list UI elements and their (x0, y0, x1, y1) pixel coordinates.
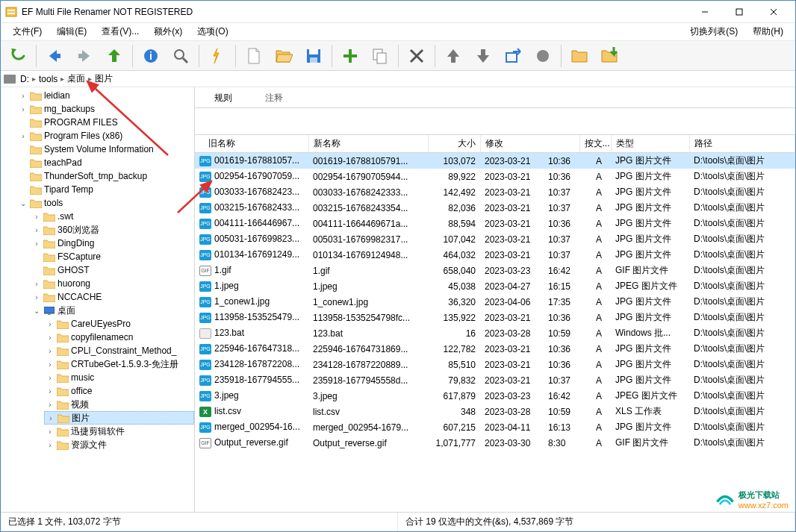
tree-node[interactable]: ›copyfilenamecn (44, 331, 194, 344)
table-row[interactable]: merged_002954-16...merged_002954-1679...… (195, 419, 795, 435)
forward-button[interactable] (70, 43, 99, 69)
import-button[interactable] (595, 43, 624, 69)
tree-node[interactable]: ›music (44, 371, 194, 384)
expand-icon[interactable]: › (19, 132, 28, 140)
col-mod[interactable]: 修改 (480, 135, 579, 153)
search-button[interactable] (167, 43, 195, 69)
expand-icon[interactable]: › (46, 401, 55, 409)
external-tool-button[interactable] (499, 43, 527, 69)
expand-icon[interactable]: ⌄ (32, 307, 41, 315)
expand-icon[interactable]: › (32, 293, 41, 301)
tab-comment[interactable]: 注释 (252, 89, 296, 107)
col-size[interactable]: 大小 (428, 135, 480, 153)
table-row[interactable]: list.csvlist.csv3482023-03-2810:59AXLS 工… (195, 404, 795, 419)
copy-button[interactable] (366, 43, 394, 69)
col-path[interactable]: 路径 (689, 135, 795, 153)
table-row[interactable]: 113958-153525479...113958-1535254798fc..… (195, 310, 795, 325)
tree-node[interactable]: ›office (44, 384, 194, 398)
menu-extra[interactable]: 额外(x) (146, 24, 190, 40)
tree-node[interactable]: ›CareUEyesPro (44, 317, 194, 331)
tree-node[interactable]: ›NCCACHE (31, 290, 194, 304)
expand-icon[interactable]: › (19, 92, 28, 100)
move-up-button[interactable] (439, 43, 467, 69)
table-row[interactable]: 3.jpeg3.jpeg617,8792023-03-2316:42AJPEG … (195, 388, 795, 404)
menu-view[interactable]: 查看(V)... (94, 24, 146, 40)
expand-icon[interactable]: › (46, 428, 55, 436)
folder-button[interactable] (565, 43, 594, 69)
tree-node[interactable]: ⌄桌面 (31, 304, 194, 317)
menu-help[interactable]: 帮助(H) (745, 24, 791, 40)
expand-icon[interactable]: › (46, 360, 55, 369)
move-down-button[interactable] (469, 43, 497, 69)
refresh-button[interactable] (4, 43, 32, 69)
tree-node[interactable]: ›图片 (44, 411, 194, 425)
tree-node[interactable]: ⌄tools (17, 196, 194, 210)
table-row[interactable]: 005031-167699823...005031-16769982317...… (195, 231, 795, 247)
expand-icon[interactable]: › (46, 414, 55, 422)
up-button[interactable] (100, 43, 128, 69)
expand-icon[interactable]: › (46, 374, 55, 382)
col-type[interactable]: 类型 (611, 135, 689, 153)
delete-button[interactable] (402, 43, 431, 69)
table-row[interactable]: 003215-167682433...003215-16768243354...… (195, 200, 795, 216)
tree-node[interactable]: ›.swt (31, 210, 194, 223)
table-row[interactable]: 004111-166446967...004111-1664469671a...… (195, 216, 795, 231)
tree-node[interactable]: ›CRTubeGet-1.5.9.3-免注册 (44, 357, 194, 371)
expand-icon[interactable]: › (46, 387, 55, 395)
col-attr[interactable]: 按文... (579, 135, 611, 153)
tree-node[interactable]: System Volume Information (17, 143, 194, 156)
menu-file[interactable]: 文件(F) (5, 24, 49, 40)
table-row[interactable]: 002954-167907059...002954-16790705944...… (195, 169, 795, 184)
crumb-seg[interactable]: 图片 (93, 72, 114, 85)
crumb-seg[interactable]: 桌面 (66, 72, 87, 85)
tree-node[interactable]: ThunderSoft_tmp_backup (17, 169, 194, 183)
info-button[interactable]: i (137, 43, 165, 69)
tab-rules[interactable]: 规则 (201, 89, 246, 107)
minimize-button[interactable] (688, 1, 722, 22)
folder-tree[interactable]: ›leidian›mg_backupsPROGRAM FILES›Program… (1, 87, 195, 512)
crumb-seg[interactable]: tools (37, 74, 59, 84)
new-button[interactable] (240, 43, 268, 69)
menu-options[interactable]: 选项(O) (190, 24, 235, 40)
tree-node[interactable]: ›DingDing (31, 237, 194, 250)
table-row[interactable]: 003033-167682423...003033-16768242333...… (195, 184, 795, 200)
menu-edit[interactable]: 编辑(E) (49, 24, 94, 40)
breadcrumb[interactable]: D:▸ tools▸ 桌面▸ 图片 (1, 71, 795, 87)
table-row[interactable]: 225946-167647318...225946-16764731869...… (195, 341, 795, 357)
tree-node[interactable]: PROGRAM FILES (17, 116, 194, 129)
expand-icon[interactable]: › (32, 280, 41, 288)
maximize-button[interactable] (722, 1, 756, 22)
tree-node[interactable]: ›CPLI_Constraint_Method_ (44, 344, 194, 357)
table-row[interactable]: 234128-167872208...234128-16787220889...… (195, 357, 795, 372)
table-row[interactable]: 123.bat123.bat162023-03-2810:59AWindows … (195, 325, 795, 341)
tree-node[interactable]: ›Program Files (x86) (17, 129, 194, 143)
expand-icon[interactable]: › (19, 105, 28, 113)
expand-icon[interactable]: › (32, 213, 41, 221)
table-row[interactable]: Output_reverse.gifOutput_reverse.gif1,07… (195, 435, 795, 451)
tree-node[interactable]: teachPad (17, 156, 194, 169)
file-grid[interactable]: 旧名称 新名称 大小 修改 按文... 类型 路径 001619-1678810… (195, 135, 795, 451)
close-button[interactable] (756, 1, 791, 22)
table-row[interactable]: 1.gif1.gif658,0402023-03-2316:42AGIF 图片文… (195, 263, 795, 278)
crumb-seg[interactable]: D: (19, 74, 31, 84)
table-row[interactable]: 1.jpeg1.jpeg45,0382023-04-2716:15AJPEG 图… (195, 278, 795, 294)
menu-switch-list[interactable]: 切换列表(S) (682, 24, 745, 40)
table-row[interactable]: 001619-167881057...001619-16788105791...… (195, 153, 795, 169)
expand-icon[interactable]: ⌄ (19, 199, 28, 207)
tree-node[interactable]: ›mg_backups (17, 102, 194, 116)
open-button[interactable] (270, 43, 298, 69)
save-button[interactable] (299, 43, 328, 69)
tree-node[interactable]: Tipard Temp (17, 183, 194, 196)
expand-icon[interactable]: › (32, 240, 41, 248)
table-row[interactable]: 010134-167691249...010134-16769124948...… (195, 247, 795, 263)
col-old[interactable]: 旧名称 (195, 135, 308, 153)
execute-button[interactable] (203, 43, 231, 69)
tree-node[interactable]: ›资源文件 (44, 438, 194, 451)
back-button[interactable] (40, 43, 69, 69)
expand-icon[interactable]: › (46, 441, 55, 449)
expand-icon[interactable]: › (46, 347, 55, 355)
tree-node[interactable]: ›视频 (44, 398, 194, 411)
expand-icon[interactable]: › (32, 226, 41, 234)
col-new[interactable]: 新名称 (308, 135, 428, 153)
tree-node[interactable]: ›huorong (31, 277, 194, 290)
